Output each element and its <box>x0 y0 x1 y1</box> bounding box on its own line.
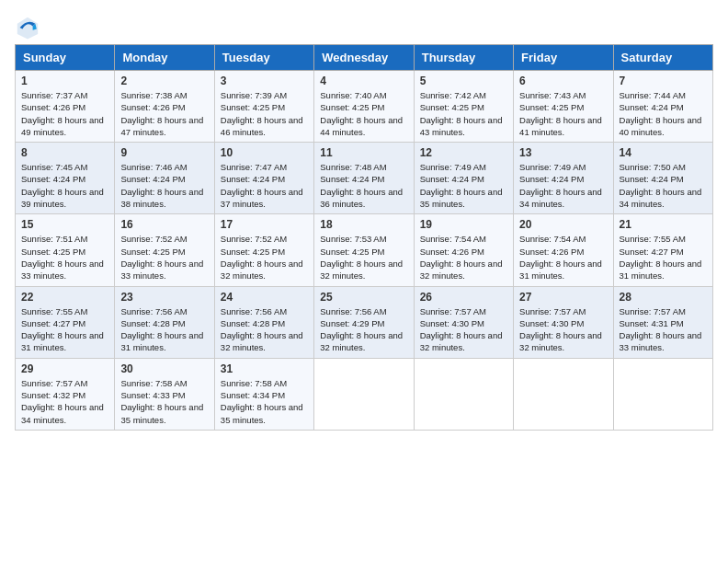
day-number: 30 <box>120 362 208 375</box>
day-number: 23 <box>120 291 208 304</box>
calendar-cell: 10Sunrise: 7:47 AMSunset: 4:24 PMDayligh… <box>214 143 313 214</box>
logo <box>15 15 44 40</box>
calendar-header-sunday: Sunday <box>16 45 115 71</box>
day-info: Sunrise: 7:50 AMSunset: 4:24 PMDaylight:… <box>620 161 707 210</box>
day-number: 28 <box>620 291 707 304</box>
day-info: Sunrise: 7:38 AMSunset: 4:26 PMDaylight:… <box>120 89 208 138</box>
calendar-cell: 31Sunrise: 7:58 AMSunset: 4:34 PMDayligh… <box>214 358 313 430</box>
day-number: 3 <box>221 75 308 87</box>
day-info: Sunrise: 7:58 AMSunset: 4:33 PMDaylight:… <box>120 377 208 426</box>
calendar-cell <box>613 358 712 430</box>
day-number: 24 <box>221 291 308 304</box>
day-number: 20 <box>519 218 607 231</box>
day-info: Sunrise: 7:52 AMSunset: 4:25 PMDaylight:… <box>221 233 308 282</box>
calendar-cell: 23Sunrise: 7:56 AMSunset: 4:28 PMDayligh… <box>115 286 214 358</box>
day-info: Sunrise: 7:54 AMSunset: 4:26 PMDaylight:… <box>420 233 507 282</box>
calendar-cell: 5Sunrise: 7:42 AMSunset: 4:25 PMDaylight… <box>414 71 513 143</box>
day-number: 18 <box>320 218 407 231</box>
day-info: Sunrise: 7:54 AMSunset: 4:26 PMDaylight:… <box>519 233 607 282</box>
day-info: Sunrise: 7:55 AMSunset: 4:27 PMDaylight:… <box>21 305 108 354</box>
day-number: 12 <box>420 146 507 159</box>
calendar-cell <box>314 358 414 430</box>
day-info: Sunrise: 7:52 AMSunset: 4:25 PMDaylight:… <box>120 233 208 282</box>
day-info: Sunrise: 7:58 AMSunset: 4:34 PMDaylight:… <box>221 377 308 426</box>
day-number: 15 <box>21 218 108 231</box>
calendar-cell: 13Sunrise: 7:49 AMSunset: 4:24 PMDayligh… <box>514 143 613 214</box>
day-number: 6 <box>519 75 607 87</box>
day-number: 22 <box>21 291 108 304</box>
day-info: Sunrise: 7:49 AMSunset: 4:24 PMDaylight:… <box>519 161 607 210</box>
calendar-cell: 14Sunrise: 7:50 AMSunset: 4:24 PMDayligh… <box>613 143 712 214</box>
calendar-cell: 9Sunrise: 7:46 AMSunset: 4:24 PMDaylight… <box>115 143 214 214</box>
calendar-cell: 11Sunrise: 7:48 AMSunset: 4:24 PMDayligh… <box>314 143 414 214</box>
calendar-cell: 4Sunrise: 7:40 AMSunset: 4:25 PMDaylight… <box>314 71 414 143</box>
day-info: Sunrise: 7:57 AMSunset: 4:31 PMDaylight:… <box>620 305 707 354</box>
day-info: Sunrise: 7:56 AMSunset: 4:29 PMDaylight:… <box>320 305 407 354</box>
calendar-cell: 2Sunrise: 7:38 AMSunset: 4:26 PMDaylight… <box>115 71 214 143</box>
calendar-cell: 1Sunrise: 7:37 AMSunset: 4:26 PMDaylight… <box>16 71 115 143</box>
calendar-week-row: 8Sunrise: 7:45 AMSunset: 4:24 PMDaylight… <box>16 143 713 214</box>
calendar-table: SundayMondayTuesdayWednesdayThursdayFrid… <box>15 44 713 431</box>
day-info: Sunrise: 7:39 AMSunset: 4:25 PMDaylight:… <box>221 89 308 138</box>
calendar-cell: 16Sunrise: 7:52 AMSunset: 4:25 PMDayligh… <box>115 214 214 286</box>
calendar-cell: 21Sunrise: 7:55 AMSunset: 4:27 PMDayligh… <box>613 214 712 286</box>
day-number: 1 <box>21 75 108 87</box>
day-number: 8 <box>21 146 108 159</box>
calendar-cell: 6Sunrise: 7:43 AMSunset: 4:25 PMDaylight… <box>514 71 613 143</box>
calendar-header-saturday: Saturday <box>613 45 712 71</box>
calendar-cell: 18Sunrise: 7:53 AMSunset: 4:25 PMDayligh… <box>314 214 414 286</box>
day-number: 14 <box>620 146 707 159</box>
day-info: Sunrise: 7:49 AMSunset: 4:24 PMDaylight:… <box>420 161 507 210</box>
day-info: Sunrise: 7:45 AMSunset: 4:24 PMDaylight:… <box>21 161 108 210</box>
logo-icon <box>15 15 40 40</box>
calendar-week-row: 29Sunrise: 7:57 AMSunset: 4:32 PMDayligh… <box>16 358 713 430</box>
day-info: Sunrise: 7:37 AMSunset: 4:26 PMDaylight:… <box>21 89 108 138</box>
day-info: Sunrise: 7:42 AMSunset: 4:25 PMDaylight:… <box>420 89 507 138</box>
day-info: Sunrise: 7:48 AMSunset: 4:24 PMDaylight:… <box>320 161 407 210</box>
day-number: 21 <box>620 218 707 231</box>
day-number: 5 <box>420 75 507 87</box>
day-info: Sunrise: 7:57 AMSunset: 4:32 PMDaylight:… <box>21 377 108 426</box>
calendar-header-tuesday: Tuesday <box>214 45 313 71</box>
calendar-cell: 30Sunrise: 7:58 AMSunset: 4:33 PMDayligh… <box>115 358 214 430</box>
calendar-cell <box>514 358 613 430</box>
day-info: Sunrise: 7:57 AMSunset: 4:30 PMDaylight:… <box>519 305 607 354</box>
day-number: 16 <box>120 218 208 231</box>
calendar-cell: 26Sunrise: 7:57 AMSunset: 4:30 PMDayligh… <box>414 286 513 358</box>
day-number: 25 <box>320 291 407 304</box>
calendar-header-thursday: Thursday <box>414 45 513 71</box>
calendar-cell: 15Sunrise: 7:51 AMSunset: 4:25 PMDayligh… <box>16 214 115 286</box>
calendar-cell: 24Sunrise: 7:56 AMSunset: 4:28 PMDayligh… <box>214 286 313 358</box>
day-info: Sunrise: 7:47 AMSunset: 4:24 PMDaylight:… <box>221 161 308 210</box>
calendar-cell: 7Sunrise: 7:44 AMSunset: 4:24 PMDaylight… <box>613 71 712 143</box>
day-info: Sunrise: 7:44 AMSunset: 4:24 PMDaylight:… <box>620 89 707 138</box>
calendar-week-row: 1Sunrise: 7:37 AMSunset: 4:26 PMDaylight… <box>16 71 713 143</box>
day-number: 27 <box>519 291 607 304</box>
calendar-cell: 28Sunrise: 7:57 AMSunset: 4:31 PMDayligh… <box>613 286 712 358</box>
calendar-week-row: 15Sunrise: 7:51 AMSunset: 4:25 PMDayligh… <box>16 214 713 286</box>
calendar-cell <box>414 358 513 430</box>
calendar-cell: 25Sunrise: 7:56 AMSunset: 4:29 PMDayligh… <box>314 286 414 358</box>
day-number: 13 <box>519 146 607 159</box>
calendar-header-row: SundayMondayTuesdayWednesdayThursdayFrid… <box>16 45 713 71</box>
day-info: Sunrise: 7:46 AMSunset: 4:24 PMDaylight:… <box>120 161 208 210</box>
day-number: 10 <box>221 146 308 159</box>
calendar-cell: 29Sunrise: 7:57 AMSunset: 4:32 PMDayligh… <box>16 358 115 430</box>
calendar-cell: 27Sunrise: 7:57 AMSunset: 4:30 PMDayligh… <box>514 286 613 358</box>
calendar-cell: 12Sunrise: 7:49 AMSunset: 4:24 PMDayligh… <box>414 143 513 214</box>
calendar-header-wednesday: Wednesday <box>314 45 414 71</box>
day-number: 29 <box>21 362 108 375</box>
day-number: 7 <box>620 75 707 87</box>
day-info: Sunrise: 7:40 AMSunset: 4:25 PMDaylight:… <box>320 89 407 138</box>
calendar-cell: 3Sunrise: 7:39 AMSunset: 4:25 PMDaylight… <box>214 71 313 143</box>
day-number: 19 <box>420 218 507 231</box>
day-number: 11 <box>320 146 407 159</box>
day-info: Sunrise: 7:57 AMSunset: 4:30 PMDaylight:… <box>420 305 507 354</box>
day-info: Sunrise: 7:43 AMSunset: 4:25 PMDaylight:… <box>519 89 607 138</box>
day-number: 26 <box>420 291 507 304</box>
calendar-header-monday: Monday <box>115 45 214 71</box>
day-number: 4 <box>320 75 407 87</box>
day-number: 2 <box>120 75 208 87</box>
calendar-cell: 17Sunrise: 7:52 AMSunset: 4:25 PMDayligh… <box>214 214 313 286</box>
day-info: Sunrise: 7:56 AMSunset: 4:28 PMDaylight:… <box>120 305 208 354</box>
